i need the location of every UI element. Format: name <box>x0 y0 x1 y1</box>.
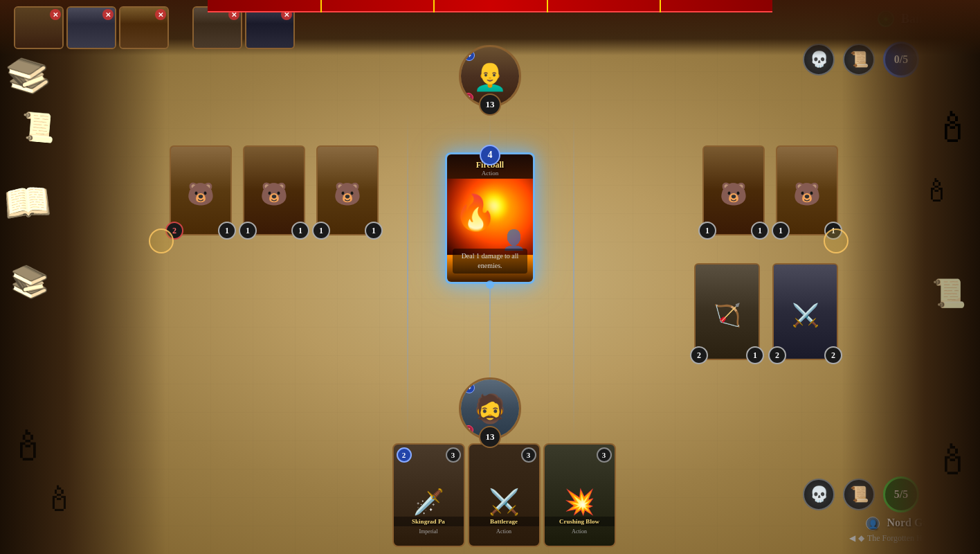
opponent-card-x: ✕ <box>155 9 166 20</box>
opponent-card-3[interactable]: 🐻 1 1 <box>316 145 379 235</box>
hand-card-name: Battlerage <box>469 517 539 526</box>
card-type: Action <box>447 170 533 177</box>
player-hand-card-2[interactable]: 3 ⚔️ Battlerage Action <box>468 443 541 547</box>
right-decor: 🕯 🕯 🕯 📜 <box>842 0 980 554</box>
game-board: 📚 📜 📖 📚 🕯 🕯 🕯 🕯 🕯 📜 ✕ ✕ ✕ ✕ <box>0 0 980 554</box>
opponent-hand-card: ✕ <box>245 6 295 49</box>
card-def: 1 <box>365 222 383 240</box>
player-hand: 2 3 🗡️ Skingrad Pa Imperial 3 ⚔️ Battler… <box>166 443 842 554</box>
lane-circle-left <box>149 229 174 253</box>
card-def: 1 <box>218 222 236 240</box>
opponent-hand-card: ✕ <box>14 6 64 49</box>
opponent-card-x: ✕ <box>102 9 114 20</box>
opponent-card-4[interactable]: 🐻 1 1 <box>702 145 765 235</box>
card-power: 1 <box>698 222 716 240</box>
hand-card-power: 3 <box>597 447 612 463</box>
hand-card-cost: 2 <box>397 447 412 463</box>
opponent-scout-card[interactable]: 🏹 2 1 <box>694 263 760 360</box>
opponent-card-2[interactable]: 🐻 1 1 <box>243 145 305 235</box>
player-hand-card-3[interactable]: 3 💥 Crushing Blow Action <box>543 443 616 547</box>
player-hand-card-1[interactable]: 2 3 🗡️ Skingrad Pa Imperial <box>392 443 465 547</box>
active-fireball-card[interactable]: Fireball Action 🔥 👤 Deal 1 damage to all… <box>445 152 535 284</box>
top-health-bar <box>208 0 772 12</box>
card-def: 1 <box>291 222 309 240</box>
card-power: 1 <box>312 222 330 240</box>
opponent-hand-card: ✕ <box>119 6 169 49</box>
card-art: 🔥 👤 <box>447 179 533 255</box>
opponent-card-5[interactable]: 🐻 1 1 <box>776 145 838 235</box>
left-decor: 📚 📜 📖 📚 🕯 🕯 <box>0 0 166 554</box>
card-def: 2 <box>824 346 842 364</box>
card-power: 1 <box>239 222 257 240</box>
hand-card-type: Imperial <box>394 528 464 535</box>
opponent-avatar: 👨‍🦲 ✦ R 13 <box>459 45 521 107</box>
opponent-card-1[interactable]: 🐻 2 1 <box>170 145 232 235</box>
card-power: 1 <box>772 222 790 240</box>
opponent-lower-field: 🏹 2 1 ⚔️ 2 2 <box>691 263 842 360</box>
opponent-health: 13 <box>479 93 501 116</box>
card-power: 2 <box>690 346 708 364</box>
opponent-hand-card: ✕ <box>192 6 242 49</box>
hand-card-name: Crushing Blow <box>545 517 615 526</box>
card-bottom-dot <box>486 280 494 289</box>
opponent-hand-card: ✕ <box>66 6 116 49</box>
hand-card-power: 3 <box>521 447 536 463</box>
hand-card-type: Action <box>469 528 539 535</box>
card-power: 2 <box>768 346 786 364</box>
hand-card-power: 3 <box>446 447 461 463</box>
player-avatar: 🧔 ✦ R 13 <box>459 377 521 440</box>
opponent-card-x: ✕ <box>50 9 61 20</box>
lane-circle-right <box>824 229 849 253</box>
card-cost: 4 <box>480 145 500 166</box>
hand-card-type: Action <box>545 528 615 535</box>
opponent-rune: ✦ <box>464 50 475 61</box>
opponent-knight-card[interactable]: ⚔️ 2 2 <box>772 263 838 360</box>
card-description: Deal 1 damage to all enemies. <box>453 249 527 274</box>
card-def: 1 <box>746 346 764 364</box>
hand-card-name: Skingrad Pa <box>394 517 464 526</box>
player-rune: ✦ <box>464 382 475 393</box>
player-health: 13 <box>479 426 501 448</box>
card-def: 1 <box>751 222 769 240</box>
